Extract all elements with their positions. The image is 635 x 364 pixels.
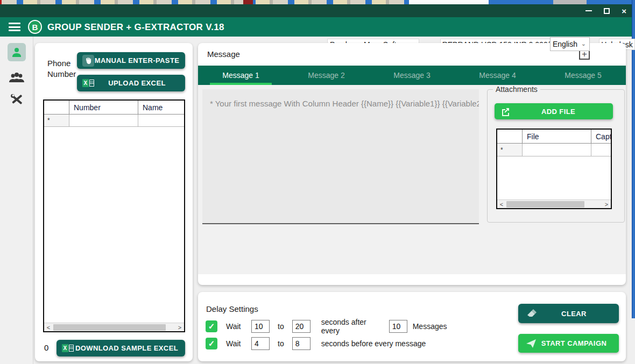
contact-count: 0 — [44, 343, 48, 352]
excel-icon: X — [82, 79, 94, 87]
start-campaign-label: START CAMPAIGN — [537, 339, 611, 347]
clear-label: CLEAR — [537, 310, 611, 318]
background-red-block-2 — [243, 0, 253, 4]
scrollbar-thumb[interactable] — [53, 324, 166, 331]
attach-col-marker — [497, 130, 523, 143]
background-window-sliver — [0, 0, 635, 4]
phone-number-panel: Phone Number MANUAL ENTER-PASTE X UPLOAD… — [35, 43, 193, 361]
upload-excel-label: UPLOAD EXCEL — [94, 79, 180, 87]
scrollbar-thumb[interactable] — [506, 201, 584, 208]
file-cell[interactable] — [523, 144, 591, 156]
phone-number-table[interactable]: Number Name * < > — [43, 99, 185, 332]
tab-message-1[interactable]: Message 1 — [198, 66, 284, 85]
language-selected-value: English — [553, 40, 577, 48]
delay-checkbox-1[interactable]: ✓ — [206, 320, 217, 332]
tab-message-5[interactable]: Message 5 — [540, 66, 626, 85]
manual-enter-paste-label: MANUAL ENTER-PASTE — [94, 56, 180, 65]
wait-to-input[interactable] — [292, 320, 311, 333]
start-campaign-button[interactable]: START CAMPAIGN — [518, 334, 619, 353]
add-file-label: ADD FILE — [510, 108, 606, 116]
wait-label: Wait — [226, 339, 250, 348]
phone-number-label: Phone Number — [47, 58, 81, 79]
wait-label: Wait — [226, 322, 250, 331]
clear-button[interactable]: CLEAR — [518, 304, 619, 323]
to-label: to — [278, 339, 284, 348]
chevron-down-icon: ⌄ — [581, 40, 586, 47]
wait-from-input[interactable] — [251, 337, 270, 350]
tab-message-4[interactable]: Message 4 — [455, 66, 540, 85]
message-panel-title: Message — [207, 49, 240, 59]
manual-enter-paste-button[interactable]: MANUAL ENTER-PASTE — [77, 52, 185, 69]
attachments-table[interactable]: File Caption * < > — [496, 129, 612, 209]
sidebar-item-contacts[interactable] — [8, 43, 26, 61]
attachments-box: Attachments ADD FILE File Caption * — [487, 89, 625, 223]
close-icon[interactable]: × — [622, 7, 626, 15]
background-red-block — [0, 0, 2, 4]
delay-row-before-message: ✓ Wait to seconds before every message — [206, 337, 426, 351]
language-select[interactable]: English ⌄ — [550, 37, 590, 51]
background-icons-block — [553, 0, 587, 4]
sidebar-item-groups[interactable] — [8, 69, 26, 87]
menu-icon[interactable] — [9, 22, 22, 32]
download-sample-excel-button[interactable]: X DOWNLOAD SAMPLE EXCEL — [57, 340, 185, 356]
scroll-right-icon[interactable]: > — [602, 200, 611, 209]
tab-message-2[interactable]: Message 2 — [284, 66, 369, 85]
row-marker: * — [497, 144, 523, 156]
row-marker: * — [44, 115, 69, 126]
logo-letter: B — [29, 21, 41, 33]
minimize-icon[interactable] — [585, 10, 592, 11]
download-sample-excel-label: DOWNLOAD SAMPLE EXCEL — [74, 344, 180, 352]
phone-table-hscrollbar[interactable]: < > — [44, 323, 184, 331]
background-white-block — [409, 0, 489, 4]
messages-count-input[interactable] — [389, 320, 407, 333]
message-tab-content: * Your first message With Column Header … — [198, 85, 626, 274]
name-cell[interactable] — [138, 115, 184, 126]
wait-from-input[interactable] — [251, 320, 270, 333]
phone-col-number: Number — [69, 101, 138, 114]
delay-settings-title: Delay Settings — [206, 304, 258, 313]
excel-icon: X — [62, 344, 74, 352]
message-editor[interactable]: * Your first message With Column Header … — [202, 89, 479, 224]
caption-cell[interactable] — [591, 144, 611, 156]
phone-col-marker — [44, 101, 69, 114]
delay-checkbox-2[interactable]: ✓ — [206, 338, 217, 349]
send-icon — [526, 339, 537, 348]
app-title: GROUP SENDER + G-EXTRACTOR V.18 — [47, 22, 224, 33]
to-label: to — [278, 322, 284, 331]
table-row[interactable]: * — [497, 144, 611, 156]
delay-settings-panel: Delay Settings ✓ Wait to seconds after e… — [198, 292, 626, 361]
hand-icon — [82, 55, 94, 67]
attach-col-file: File — [523, 130, 591, 143]
messages-label: Messages — [413, 322, 447, 331]
app-logo: B — [28, 20, 42, 34]
sidebar-item-tools[interactable] — [8, 90, 26, 109]
add-file-button[interactable]: ADD FILE — [495, 103, 613, 119]
open-file-icon — [501, 107, 510, 116]
attach-col-caption: Caption — [591, 130, 611, 143]
message-tabbar: Message 1 Message 2 Message 3 Message 4 … — [198, 66, 626, 85]
tools-icon — [9, 92, 24, 107]
wait-to-input[interactable] — [292, 337, 311, 350]
sidebar — [0, 37, 33, 364]
maximize-icon[interactable] — [604, 8, 610, 14]
attachments-title: Attachments — [493, 85, 540, 94]
scroll-left-icon[interactable]: < — [44, 323, 53, 332]
person-icon — [10, 46, 23, 59]
attachments-table-header: File Caption — [497, 130, 611, 144]
scroll-left-icon[interactable]: < — [497, 200, 506, 209]
background-toolbar-strip — [2, 0, 409, 4]
message-panel: Message + Message 1 Message 2 Message 3 … — [198, 43, 626, 285]
attachments-hscrollbar[interactable]: < > — [497, 199, 611, 208]
scroll-right-icon[interactable]: > — [175, 323, 184, 332]
before-every-label: seconds before every message — [321, 339, 426, 348]
delay-row-after-messages: ✓ Wait to seconds after every Messages — [206, 319, 447, 333]
phone-table-header: Number Name — [44, 101, 184, 115]
window-titlebar: × — [0, 4, 632, 17]
eraser-icon — [526, 309, 537, 318]
upload-excel-button[interactable]: X UPLOAD EXCEL — [77, 75, 185, 91]
tab-message-3[interactable]: Message 3 — [369, 66, 455, 85]
number-cell[interactable] — [69, 115, 138, 126]
phone-col-name: Name — [138, 101, 184, 114]
table-row[interactable]: * — [44, 115, 184, 127]
group-icon — [9, 71, 25, 85]
